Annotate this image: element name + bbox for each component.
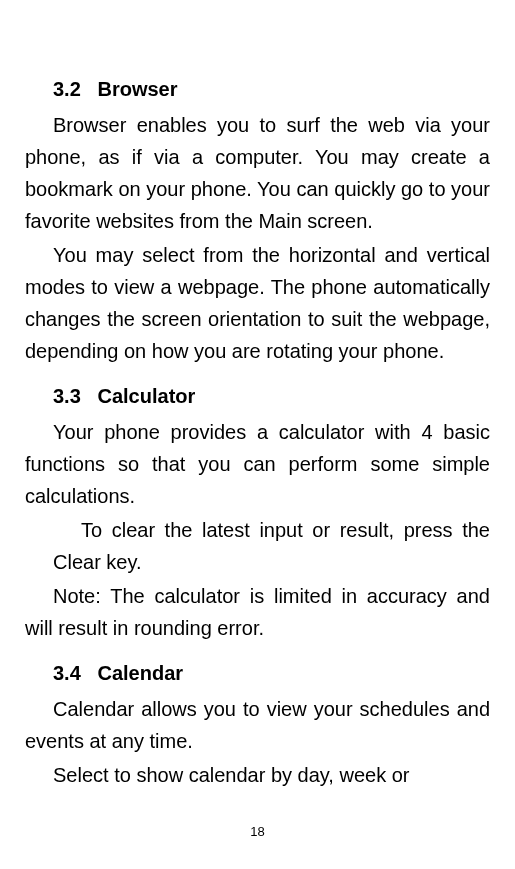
body-paragraph-indented: To clear the latest input or result, pre… (25, 514, 490, 578)
section-heading-calendar: 3.4 Calendar (25, 662, 490, 685)
section-number: 3.3 (53, 385, 81, 407)
body-paragraph: Select to show calendar by day, week or (25, 759, 490, 791)
body-paragraph: You may select from the horizontal and v… (25, 239, 490, 367)
section-title: Calendar (97, 662, 183, 684)
page-number: 18 (0, 824, 515, 839)
section-number: 3.4 (53, 662, 81, 684)
section-number: 3.2 (53, 78, 81, 100)
body-paragraph: Your phone provides a calculator with 4 … (25, 416, 490, 512)
section-title: Browser (97, 78, 177, 100)
section-heading-calculator: 3.3 Calculator (25, 385, 490, 408)
section-title: Calculator (97, 385, 195, 407)
body-paragraph: Calendar allows you to view your schedul… (25, 693, 490, 757)
body-paragraph: Note: The calculator is limited in accur… (25, 580, 490, 644)
section-heading-browser: 3.2 Browser (25, 78, 490, 101)
body-paragraph: Browser enables you to surf the web via … (25, 109, 490, 237)
